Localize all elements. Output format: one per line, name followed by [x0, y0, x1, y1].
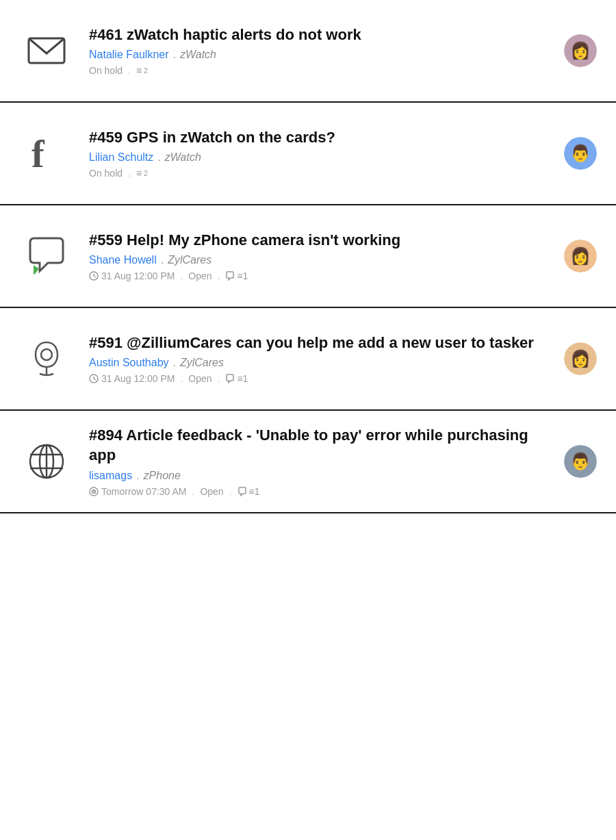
ticket-content: #461 zWatch haptic alerts do not workNat…: [89, 25, 553, 77]
ticket-content: #459 GPS in zWatch on the cards?Lilian S…: [89, 128, 553, 179]
separator-dot: .: [192, 486, 195, 497]
phone-icon: [19, 337, 74, 381]
ticket-title: #461 zWatch haptic alerts do not work: [89, 25, 553, 45]
separator-dot: .: [128, 65, 131, 76]
ticket-author[interactable]: Austin Southaby: [89, 357, 169, 369]
ticket-comments: ≡1: [225, 270, 248, 281]
separator-dot: .: [157, 151, 160, 164]
ticket-title: #894 Article feedback - 'Unable to pay' …: [89, 426, 553, 465]
ticket-status: On hold: [89, 65, 123, 76]
separator-dot: .: [136, 470, 139, 482]
ticket-status: On hold: [89, 168, 123, 179]
separator-dot: .: [128, 168, 131, 179]
chat-icon: [19, 234, 74, 278]
separator-dot: .: [173, 357, 176, 369]
svg-text:f: f: [31, 133, 45, 175]
ticket-title: #559 Help! My zPhone camera isn't workin…: [89, 231, 553, 251]
ticket-status-row: Tomorrow 07:30 AM . Open . ≡1: [89, 486, 553, 497]
avatar: 👩: [564, 34, 597, 67]
avatar: 👨: [564, 137, 597, 170]
ticket-item[interactable]: #461 zWatch haptic alerts do not workNat…: [0, 0, 616, 103]
ticket-item[interactable]: f #459 GPS in zWatch on the cards?Lilian…: [0, 103, 616, 205]
svg-point-6: [41, 349, 52, 360]
facebook-icon: f: [19, 131, 74, 175]
ticket-source: ZylCares: [168, 254, 211, 266]
globe-icon: [19, 440, 74, 483]
ticket-source: ZylCares: [180, 357, 224, 369]
ticket-meta-row: Lilian Schultz . zWatch: [89, 151, 553, 164]
ticket-status: Open: [188, 270, 211, 281]
ticket-status-row: 31 Aug 12:00 PM . Open . ≡1: [89, 270, 553, 281]
ticket-item[interactable]: #894 Article feedback - 'Unable to pay' …: [0, 411, 616, 513]
ticket-status: Open: [188, 373, 211, 384]
ticket-item[interactable]: #591 @ZilliumCares can you help me add a…: [0, 308, 616, 411]
ticket-meta-row: Natalie Faulkner . zWatch: [89, 49, 553, 61]
ticket-meta-row: Shane Howell . ZylCares: [89, 254, 553, 266]
ticket-source: zPhone: [144, 470, 181, 482]
separator-dot: .: [218, 373, 220, 384]
ticket-comments: ≡2: [136, 65, 148, 76]
svg-line-10: [94, 379, 96, 380]
ticket-time: Tomorrow 07:30 AM: [89, 486, 187, 497]
avatar: 👨: [564, 445, 597, 478]
ticket-content: #591 @ZilliumCares can you help me add a…: [89, 333, 553, 385]
ticket-list: #461 zWatch haptic alerts do not workNat…: [0, 0, 616, 513]
ticket-item[interactable]: #559 Help! My zPhone camera isn't workin…: [0, 205, 616, 308]
separator-dot: .: [173, 49, 176, 61]
ticket-comments: ≡1: [238, 486, 260, 497]
ticket-status-row: On hold . ≡2: [89, 168, 553, 179]
svg-line-4: [94, 276, 96, 277]
ticket-source: zWatch: [165, 151, 201, 164]
ticket-time: 31 Aug 12:00 PM: [89, 373, 175, 384]
ticket-time: 31 Aug 12:00 PM: [89, 270, 175, 281]
ticket-title: #591 @ZilliumCares can you help me add a…: [89, 333, 553, 353]
ticket-content: #559 Help! My zPhone camera isn't workin…: [89, 231, 553, 282]
ticket-author[interactable]: Natalie Faulkner: [89, 49, 169, 61]
ticket-meta-row: lisamags . zPhone: [89, 470, 553, 482]
ticket-content: #894 Article feedback - 'Unable to pay' …: [89, 426, 553, 496]
separator-dot: .: [229, 486, 232, 497]
ticket-author[interactable]: Lilian Schultz: [89, 151, 153, 164]
separator-dot: .: [218, 270, 220, 281]
ticket-meta-row: Austin Southaby . ZylCares: [89, 357, 553, 369]
ticket-author[interactable]: lisamags: [89, 470, 132, 482]
separator-dot: .: [180, 373, 183, 384]
ticket-comments: ≡2: [136, 168, 148, 179]
email-icon: [19, 29, 74, 73]
avatar: 👩: [564, 342, 597, 375]
separator-dot: .: [161, 254, 164, 266]
separator-dot: .: [180, 270, 183, 281]
avatar: 👩: [564, 240, 597, 272]
ticket-status-row: On hold . ≡2: [89, 65, 553, 76]
ticket-comments: ≡1: [225, 373, 248, 384]
ticket-title: #459 GPS in zWatch on the cards?: [89, 128, 553, 148]
ticket-source: zWatch: [180, 49, 216, 61]
ticket-status: Open: [200, 486, 223, 497]
ticket-author[interactable]: Shane Howell: [89, 254, 157, 266]
ticket-status-row: 31 Aug 12:00 PM . Open . ≡1: [89, 373, 553, 384]
